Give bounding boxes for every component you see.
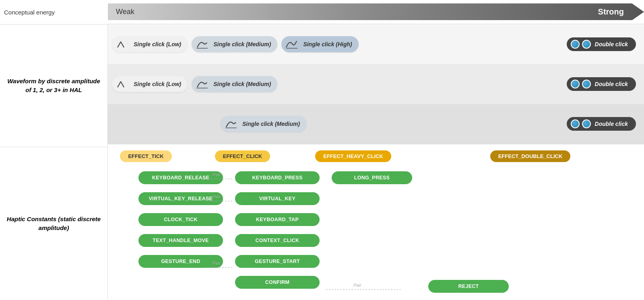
long-press-btn[interactable]: LONG_PRESS [329,170,419,186]
haptic-section: EFFECT_TICK EFFECT_CLICK EFFECT_HEAVY_CL… [108,144,644,300]
haptic-label-cell: Haptic Constants (static discrete amplit… [0,147,108,300]
wave-high-icon [285,39,300,50]
dc-dots-1 [571,40,591,49]
dc-label-2: Double click [595,81,628,87]
wf-pill-medium-3: Single click (Medium) [221,116,306,132]
energy-label-text: Conceptual energy [4,9,55,16]
wf-pill-medium-1: Single click (Medium) [192,36,277,52]
keyboard-press-btn[interactable]: KEYBOARD_PRESS [233,170,323,186]
col-effect-click: KEYBOARD_PRESS VIRTUAL_KEY KEYBOARD_TAP … [229,168,326,296]
wave-medium-icon-3 [225,118,239,129]
energy-weak-label: Weak [116,8,134,16]
dc-label-1: Double click [595,41,628,47]
waveform-label-cell: Waveform by discrete amplitude of 1, 2, … [0,24,108,147]
energy-strong-label: Strong [598,7,624,16]
waveform-label-text: Waveform by discrete amplitude of 1, 2, … [6,77,101,95]
reject-btn[interactable]: REJECT [426,278,516,294]
dc-dots-2 [571,80,591,88]
confirm-btn[interactable]: CONFIRM [233,274,323,290]
energy-arrow: Weak Strong [108,3,644,20]
col-effect-double: REJECT [423,168,519,296]
col-effect-heavy: LONG_PRESS [326,168,423,296]
main-container: Conceptual energy Waveform by discrete a… [0,0,644,300]
effect-click-slot: EFFECT_CLICK [227,150,324,162]
effect-heavy-slot: EFFECT_HEAVY_CLICK [324,150,421,162]
wave-medium-icon-1 [196,39,210,50]
haptic-buttons-area: Pair Pair Pair Pair KEYBOARD_RELEAS [112,168,640,296]
effect-tick-badge: EFFECT_TICK [120,150,171,162]
haptic-columns: KEYBOARD_RELEASE VIRTUAL_KEY_RELEASE CLO… [133,168,640,296]
text-handle-move-btn[interactable]: TEXT_HANDLE_MOVE [136,232,226,249]
waveform-row-2: Single click (Low) Single click (Medium) [108,64,644,104]
effect-tick-slot: EFFECT_TICK [135,150,227,162]
wave-low-icon-2 [116,78,130,90]
clock-tick-btn[interactable]: CLOCK_TICK [136,212,226,228]
energy-arrow-container: Weak Strong [108,3,644,20]
dc-pill-3: Double click [567,117,636,131]
wf-high-label-1: Single click (High) [303,41,352,47]
col-effect-tick: KEYBOARD_RELEASE VIRTUAL_KEY_RELEASE CLO… [133,168,229,296]
energy-label: Conceptual energy [0,0,108,24]
energy-row: Weak Strong [108,0,644,24]
dc-dot-3a [571,119,580,128]
gesture-end-btn[interactable]: GESTURE_END [136,253,226,269]
dc-dot-2b [582,80,591,88]
dc-label-3: Double click [595,121,628,127]
left-labels: Conceptual energy Waveform by discrete a… [0,0,108,300]
wf-pill-low-1: Single click (Low) [112,36,188,52]
wf-low-label-2: Single click (Low) [134,81,181,87]
dc-pill-1: Double click [567,37,636,51]
wf-medium-label-1: Single click (Medium) [213,41,271,47]
dc-dot-2a [571,80,580,88]
context-click-btn[interactable]: CONTEXT_CLICK [233,232,323,249]
waveform-section: Single click (Low) Single click (Medium) [108,24,644,144]
dc-dot-1b [582,40,591,49]
wf-pill-high-1: Single click (High) [281,36,358,52]
dc-dots-3 [571,119,591,128]
wf-medium-label-2: Single click (Medium) [213,81,271,87]
waveform-row-1: Single click (Low) Single click (Medium) [108,24,644,64]
wf-pill-low-2: Single click (Low) [112,76,188,92]
effect-heavy-badge: EFFECT_HEAVY_CLICK [315,150,391,162]
effect-double-badge: EFFECT_DOUBLE_CLICK [490,150,571,162]
effect-double-slot: EFFECT_DOUBLE_CLICK [421,150,640,162]
right-content: Weak Strong Single click (Low) [108,0,644,300]
effect-labels-row: EFFECT_TICK EFFECT_CLICK EFFECT_HEAVY_CL… [112,150,640,162]
dc-dot-1a [571,40,580,49]
wf-low-label-1: Single click (Low) [134,41,181,47]
waveform-row-3: Single click (Medium) Double click [108,104,644,144]
wave-low-icon [116,39,130,50]
wave-medium-icon-2 [196,78,210,90]
haptic-label-text: Haptic Constants (static discrete amplit… [6,215,101,233]
wf-medium-label-3: Single click (Medium) [242,121,300,127]
keyboard-tap-btn[interactable]: KEYBOARD_TAP [233,212,323,228]
wf-pill-medium-2: Single click (Medium) [192,76,277,92]
dc-dot-3b [582,119,591,128]
dc-pill-2: Double click [567,77,636,91]
virtual-key-btn[interactable]: VIRTUAL_KEY [233,191,323,207]
effect-click-badge: EFFECT_CLICK [215,150,270,162]
gesture-start-btn[interactable]: GESTURE_START [233,253,323,269]
virtual-key-release-btn[interactable]: VIRTUAL_KEY_RELEASE [136,191,226,207]
keyboard-release-btn[interactable]: KEYBOARD_RELEASE [136,170,226,186]
